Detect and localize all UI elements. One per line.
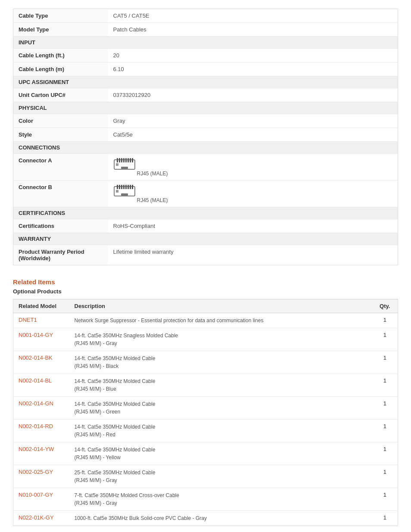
description-text: (RJ45 M/M) - Gray xyxy=(75,500,117,506)
specs-section-header: CERTIFICATIONS xyxy=(13,207,398,219)
table-row: N010-007-GY7-ft. Cat5e 350MHz Molded Cro… xyxy=(13,488,398,511)
svg-rect-9 xyxy=(121,167,128,169)
svg-rect-2 xyxy=(119,158,120,162)
connector-label-text: RJ45 (MALE) xyxy=(137,171,168,177)
model-link[interactable]: N001-014-GY xyxy=(19,332,53,338)
qty-cell: 1 xyxy=(372,397,398,420)
model-link[interactable]: N022-01K-GY xyxy=(19,514,54,521)
specs-section-header: PHYSICAL xyxy=(13,102,398,114)
related-items-title: Related Items xyxy=(13,278,398,286)
optional-products-label: Optional Products xyxy=(13,288,398,295)
svg-rect-7 xyxy=(130,158,131,162)
description-header: Description xyxy=(69,299,372,313)
description-cell: 14-ft. Cat5e 350MHz Molded Cable(RJ45 M/… xyxy=(69,420,372,442)
svg-rect-20 xyxy=(121,193,128,196)
description-text: (RJ45 M/M) - Gray xyxy=(75,340,117,346)
model-link[interactable]: N002-014-RD xyxy=(19,423,53,429)
spec-value: 037332012920 xyxy=(108,88,398,102)
related-model-cell[interactable]: N002-014-GN xyxy=(13,397,69,420)
svg-rect-21 xyxy=(116,190,118,193)
related-model-cell[interactable]: DNET1 xyxy=(13,313,69,328)
model-link[interactable]: N002-014-BL xyxy=(19,377,52,384)
connector-label-text: RJ45 (MALE) xyxy=(137,197,168,203)
related-model-header: Related Model xyxy=(13,299,69,313)
connector-value: RJ45 (MALE) xyxy=(108,154,398,180)
spec-value: Gray xyxy=(108,114,398,128)
description-text: 7-ft. Cat5e 350MHz Molded Cross-over Cab… xyxy=(75,492,179,498)
qty-cell: 1 xyxy=(372,442,398,465)
svg-rect-8 xyxy=(132,158,133,162)
related-model-cell[interactable]: N001-014-GY xyxy=(13,328,69,351)
description-text: 14-ft. Cat5e 350MHz Molded Cable xyxy=(75,378,156,384)
spec-value: 6.10 xyxy=(108,62,398,76)
description-text: (RJ45 M/M) - Gray xyxy=(75,477,117,483)
svg-rect-1 xyxy=(117,158,118,162)
related-model-cell[interactable]: N022-01K-GY xyxy=(13,511,69,526)
description-cell: 14-ft. Cat5e 350MHz Molded Cable(RJ45 M/… xyxy=(69,442,372,465)
related-items-section: Related Items Optional Products Related … xyxy=(13,278,398,526)
table-row: N002-014-YW14-ft. Cat5e 350MHz Molded Ca… xyxy=(13,442,398,465)
related-model-cell[interactable]: N002-014-BL xyxy=(13,374,69,397)
specs-section-header: UPC ASSIGNMENT xyxy=(13,76,398,88)
svg-rect-18 xyxy=(130,185,131,189)
qty-cell: 1 xyxy=(372,328,398,351)
spec-label: Color xyxy=(13,114,108,128)
svg-rect-3 xyxy=(121,158,122,162)
specs-table: Cable TypeCAT5 / CAT5EModel TypePatch Ca… xyxy=(13,9,398,265)
related-model-cell[interactable]: N002-014-BK xyxy=(13,351,69,374)
related-model-cell[interactable]: N002-014-RD xyxy=(13,420,69,442)
description-text: 14-ft. Cat5e 350MHz Molded Cable xyxy=(75,447,156,453)
svg-rect-6 xyxy=(128,158,129,162)
specs-section-header: INPUT xyxy=(13,37,398,49)
model-link[interactable]: N002-014-YW xyxy=(19,446,54,452)
table-row: N002-014-BK14-ft. Cat5e 350MHz Molded Ca… xyxy=(13,351,398,374)
connector-value: RJ45 (MALE) xyxy=(108,180,398,207)
svg-rect-19 xyxy=(132,185,133,189)
spec-value: Cat5/5e xyxy=(108,128,398,142)
svg-rect-15 xyxy=(123,185,125,189)
description-text: 14-ft. Cat5e 350MHz Molded Cable xyxy=(75,355,156,361)
svg-rect-5 xyxy=(125,158,127,162)
related-items-table: Related Model Description Qty. DNET1Netw… xyxy=(13,299,398,526)
model-link[interactable]: N002-014-GN xyxy=(19,400,53,407)
qty-cell: 1 xyxy=(372,313,398,328)
description-text: (RJ45 M/M) - Red xyxy=(75,432,115,438)
model-link[interactable]: N002-025-GY xyxy=(19,469,53,475)
spec-label: Cable Length (m) xyxy=(13,62,108,76)
description-cell: Network Surge Suppressor - Essential pro… xyxy=(69,313,372,328)
description-text: 14-ft. Cat5e 350MHz Snagless Molded Cabl… xyxy=(75,333,178,339)
qty-cell: 1 xyxy=(372,420,398,442)
qty-cell: 1 xyxy=(372,511,398,526)
svg-rect-12 xyxy=(117,185,118,189)
model-link[interactable]: N002-014-BK xyxy=(19,355,53,361)
qty-cell: 1 xyxy=(372,465,398,488)
model-link[interactable]: N010-007-GY xyxy=(19,492,53,498)
related-model-cell[interactable]: N010-007-GY xyxy=(13,488,69,511)
description-cell: 14-ft. Cat5e 350MHz Snagless Molded Cabl… xyxy=(69,328,372,351)
related-model-cell[interactable]: N002-014-YW xyxy=(13,442,69,465)
table-row: N002-014-BL14-ft. Cat5e 350MHz Molded Ca… xyxy=(13,374,398,397)
model-link[interactable]: DNET1 xyxy=(19,317,37,323)
qty-cell: 1 xyxy=(372,351,398,374)
table-row: N002-014-RD14-ft. Cat5e 350MHz Molded Ca… xyxy=(13,420,398,442)
table-row: N001-014-GY14-ft. Cat5e 350MHz Snagless … xyxy=(13,328,398,351)
related-model-cell[interactable]: N002-025-GY xyxy=(13,465,69,488)
spec-label: Certifications xyxy=(13,219,108,233)
description-text: 14-ft. Cat5e 350MHz Molded Cable xyxy=(75,424,156,430)
description-cell: 14-ft. Cat5e 350MHz Molded Cable(RJ45 M/… xyxy=(69,374,372,397)
spec-label: Connector A xyxy=(13,154,108,180)
table-row: N002-014-GN14-ft. Cat5e 350MHz Molded Ca… xyxy=(13,397,398,420)
spec-value: RoHS-Compliant xyxy=(108,219,398,233)
description-text: 25-ft. Cat5e 350MHz Molded Cable xyxy=(75,470,156,476)
qty-cell: 1 xyxy=(372,488,398,511)
description-text: (RJ45 M/M) - Yellow xyxy=(75,454,121,460)
table-row: DNET1Network Surge Suppressor - Essentia… xyxy=(13,313,398,328)
spec-label: Connector B xyxy=(13,180,108,207)
spec-label: Unit Carton UPC# xyxy=(13,88,108,102)
description-text: 14-ft. Cat5e 350MHz Molded Cable xyxy=(75,401,156,407)
description-cell: 7-ft. Cat5e 350MHz Molded Cross-over Cab… xyxy=(69,488,372,511)
description-text: 1000-ft. Cat5e 350MHz Bulk Solid-core PV… xyxy=(75,515,207,521)
spec-value: 20 xyxy=(108,49,398,62)
description-cell: 1000-ft. Cat5e 350MHz Bulk Solid-core PV… xyxy=(69,511,372,526)
svg-rect-16 xyxy=(125,185,127,189)
